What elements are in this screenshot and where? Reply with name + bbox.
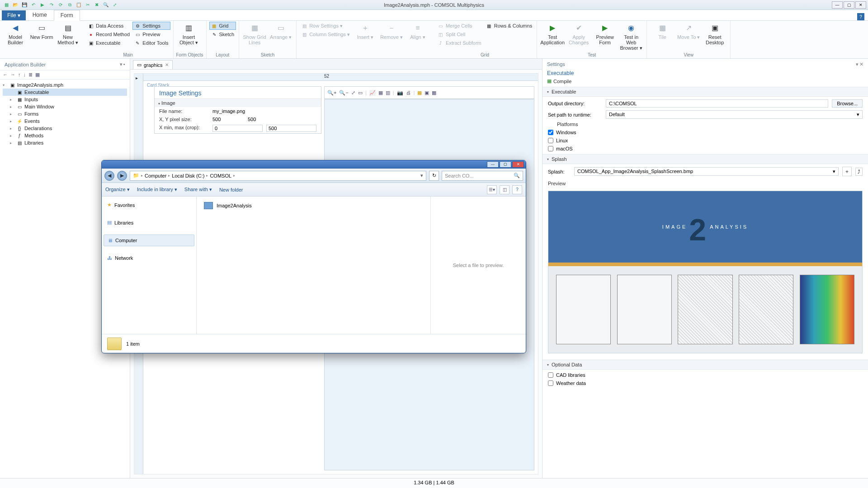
qat-undo-icon[interactable]: ↶ [30, 1, 37, 9]
qat-refresh-icon[interactable]: ⟳ [57, 1, 64, 9]
grid-mode-button[interactable]: ▦Grid [209, 22, 236, 30]
qat-paste-icon[interactable]: 📋 [75, 1, 82, 9]
tb-grid-icon[interactable]: ▦ [35, 72, 40, 78]
file-explorer-dialog[interactable]: — ▢ ✕ ◀ ▶ 📁 ▸ Computer ▸ Local Disk (C:)… [101, 160, 526, 353]
runtime-combo[interactable]: Default▾ [606, 110, 863, 119]
nav-computer[interactable]: 🖥Computer [104, 235, 194, 246]
weather-data-checkbox[interactable] [548, 380, 553, 386]
refresh-button[interactable]: ↻ [429, 171, 439, 181]
tree-forms[interactable]: Forms [24, 111, 38, 117]
tree-declarations[interactable]: Declarations [24, 126, 52, 131]
crumb-computer[interactable]: Computer [145, 173, 166, 178]
tree-main-window[interactable]: Main Window [24, 104, 54, 109]
selection-icon[interactable]: ▦ [417, 90, 422, 96]
qat-delete-icon[interactable]: ✖ [93, 1, 100, 9]
settings-button[interactable]: ⚙Settings [132, 22, 170, 30]
zoom-out-icon[interactable]: 🔍− [339, 90, 348, 96]
camera-icon[interactable]: 📷 [397, 90, 403, 96]
explorer-search-input[interactable]: Search CO... 🔍 [442, 171, 523, 181]
platform-linux-checkbox[interactable] [548, 138, 553, 143]
print-icon[interactable]: 🖨 [406, 90, 411, 95]
new-form-button[interactable]: ▭New Form [29, 22, 54, 41]
breadcrumb[interactable]: 📁 ▸ Computer ▸ Local Disk (C:) ▸ COMSOL … [130, 171, 426, 181]
export-splash-icon[interactable]: ⤴ [855, 168, 863, 176]
preview-form-button[interactable]: ▶Preview Form [592, 22, 618, 46]
qat-new-icon[interactable]: ▦ [3, 1, 10, 9]
tree-events[interactable]: Events [24, 118, 40, 124]
tree-libraries[interactable]: Libraries [24, 140, 43, 145]
panel-pin-icon[interactable]: ▪ [123, 61, 125, 67]
plot-icon[interactable]: 📈 [369, 90, 376, 96]
crop-min-input[interactable] [212, 125, 263, 132]
panel-menu-icon[interactable]: ▾ [120, 61, 123, 67]
test-in-web-button[interactable]: ◉Test in Web Browser ▾ [618, 22, 644, 52]
compile-button[interactable]: ▦Compile [542, 77, 868, 87]
mesh-icon[interactable]: ▩ [432, 90, 436, 96]
tb-back-icon[interactable]: ← [3, 72, 8, 78]
help-button[interactable]: ? [857, 13, 864, 20]
file-item[interactable]: Image2Analysis [202, 200, 425, 211]
crumb-folder[interactable]: COMSOL [210, 173, 231, 178]
qat-cut-icon[interactable]: ✂ [84, 1, 91, 9]
zoom-box-icon[interactable]: ▭ [358, 90, 363, 96]
tab-form[interactable]: Form [54, 10, 80, 21]
nav-libraries[interactable]: ▤Libraries [104, 217, 194, 228]
close-tab-icon[interactable]: ✕ [165, 62, 169, 67]
panel-menu-icon[interactable]: ▾ [856, 61, 859, 67]
grid-icon[interactable]: ▥ [386, 90, 390, 96]
model-builder-button[interactable]: ◀Model Builder [3, 22, 28, 46]
tree-executable[interactable]: Executable [24, 89, 49, 95]
qat-copy-icon[interactable]: ⧉ [66, 1, 73, 9]
tree-inputs[interactable]: Inputs [24, 97, 38, 102]
tab-home[interactable]: Home [26, 9, 54, 20]
platform-macos-checkbox[interactable] [548, 146, 553, 151]
explorer-minimize-button[interactable]: — [487, 161, 499, 168]
zoom-in-icon[interactable]: 🔍+ [327, 90, 336, 96]
close-button[interactable]: ✕ [855, 1, 866, 9]
explorer-file-list[interactable]: Image2Analysis [197, 197, 431, 334]
record-method-button[interactable]: ●Record Method [86, 30, 132, 38]
share-with-menu[interactable]: Share with ▾ [184, 187, 212, 192]
splash-combo[interactable]: COMSOL_App_Image2Analysis_SplashScreen.b… [574, 167, 839, 176]
organize-menu[interactable]: Organize ▾ [105, 187, 130, 192]
new-method-button[interactable]: ▤New Method ▾ [55, 22, 80, 46]
add-splash-icon[interactable]: ＋ [842, 167, 852, 176]
table-icon[interactable]: ▦ [378, 90, 383, 96]
explorer-help-button[interactable]: ? [512, 185, 522, 194]
nav-network[interactable]: 🖧Network [104, 253, 194, 263]
qat-find-icon[interactable]: 🔍 [102, 1, 109, 9]
maximize-button[interactable]: ▢ [844, 1, 854, 9]
qat-zoom-icon[interactable]: ⤢ [111, 1, 118, 9]
zoom-extents-icon[interactable]: ⤢ [351, 90, 355, 96]
explorer-titlebar[interactable]: — ▢ ✕ [102, 160, 526, 169]
browse-button[interactable]: Browse... [832, 99, 863, 108]
output-directory-input[interactable] [606, 99, 828, 108]
tree-methods[interactable]: Methods [24, 133, 43, 138]
panel-close-icon[interactable]: ✕ [859, 61, 863, 67]
preview-pane-button[interactable]: ◫ [500, 185, 509, 194]
history-dropdown-icon[interactable]: ▾ [420, 173, 423, 178]
insert-object-button[interactable]: ▥Insert Object ▾ [176, 22, 202, 46]
doc-tab-graphics[interactable]: ▭ graphics ✕ [133, 60, 173, 69]
test-application-button[interactable]: ▶Test Application [540, 22, 565, 46]
explorer-close-button[interactable]: ✕ [512, 161, 524, 168]
include-in-library-menu[interactable]: Include in library ▾ [137, 187, 177, 192]
view-mode-button[interactable]: ☰▾ [487, 185, 497, 194]
tb-up-icon[interactable]: ↑ [18, 72, 21, 78]
nav-forward-button[interactable]: ▶ [117, 171, 127, 181]
form-card[interactable]: Image Settings ▾ Image File name:my_imag… [154, 86, 321, 134]
app-builder-tree[interactable]: ▾▣Image2Analysis.mph ▣Executable ▸▦Input… [0, 80, 130, 148]
tb-fwd-icon[interactable]: → [10, 72, 15, 78]
nav-back-button[interactable]: ◀ [104, 171, 114, 181]
qat-run-icon[interactable]: ▶ [39, 1, 46, 9]
rows-columns-button[interactable]: ▦Rows & Columns [484, 22, 534, 30]
explorer-nav-pane[interactable]: ★Favorites ▤Libraries 🖥Computer 🖧Network [102, 197, 197, 334]
cad-libraries-checkbox[interactable] [548, 372, 553, 378]
tb-down-icon[interactable]: ↓ [24, 72, 26, 78]
qat-redo-icon[interactable]: ↷ [48, 1, 55, 9]
data-access-button[interactable]: ◧Data Access [86, 22, 132, 30]
crop-max-input[interactable] [266, 125, 316, 132]
qat-save-icon[interactable]: 💾 [21, 1, 28, 9]
tree-root[interactable]: Image2Analysis.mph [17, 82, 63, 88]
platform-windows-checkbox[interactable] [548, 130, 553, 135]
